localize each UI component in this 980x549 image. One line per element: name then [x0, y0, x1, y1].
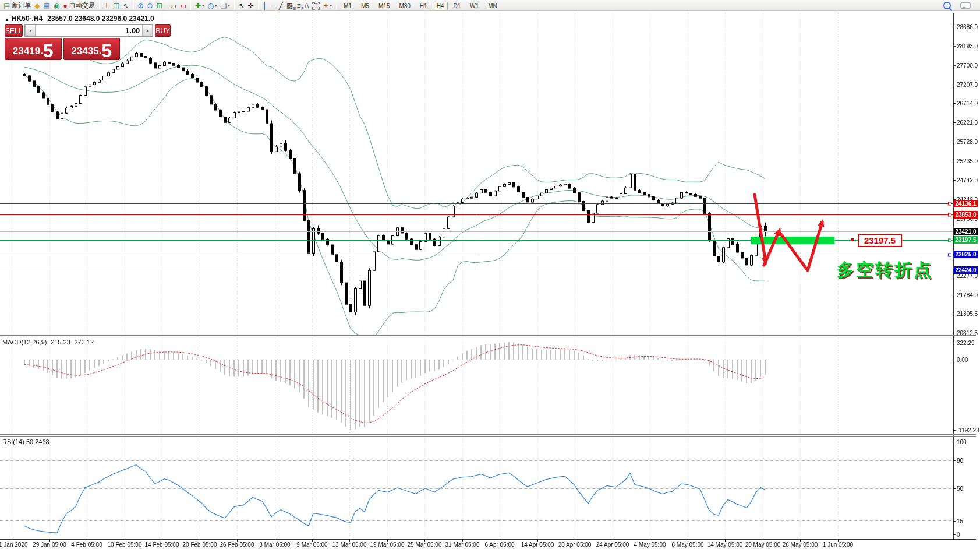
- toolbar-separator: [336, 0, 337, 10]
- market-watch-icon[interactable]: ◆: [33, 1, 41, 10]
- resistance-line-upper-label: 24136.1: [954, 200, 978, 207]
- chart-shift-icon[interactable]: ↤: [179, 1, 188, 10]
- macd-axis-tick: -1192.28: [957, 427, 979, 434]
- timeframe-w1[interactable]: W1: [466, 2, 483, 10]
- arrows-icon[interactable]: ✦: [321, 1, 334, 10]
- price-axis-tick: 28686.0: [957, 24, 978, 30]
- price-callout-label[interactable]: 23197.5: [858, 234, 902, 247]
- time-axis-tick: 14 Feb 05:00: [145, 541, 179, 548]
- crosshair-icon[interactable]: ✛: [246, 1, 256, 10]
- timeframe-h4[interactable]: H4: [433, 2, 448, 10]
- horizontal-line-icon[interactable]: ─: [268, 1, 277, 10]
- volume-input[interactable]: [36, 25, 142, 36]
- time-axis-tick: 4 Feb 05:00: [71, 541, 102, 548]
- time-axis-tick: 24 Apr 05:00: [596, 541, 629, 548]
- time-axis-tick: 19 Mar 05:00: [370, 541, 405, 548]
- toolbar-right: [943, 2, 980, 9]
- sell-price-display[interactable]: 23419.5: [5, 38, 62, 60]
- periods-icon[interactable]: ◷: [206, 1, 218, 10]
- time-axis-tick: 14 May 05:00: [707, 541, 743, 548]
- price-axis-tick: 28193.0: [957, 43, 978, 50]
- text-icon[interactable]: A: [302, 1, 310, 10]
- timeframe-d1[interactable]: D1: [449, 2, 465, 10]
- timeframe-m1[interactable]: M1: [339, 2, 356, 10]
- price-axis-tick: 25728.0: [957, 139, 978, 145]
- time-axis-tick: 3 Mar 05:00: [259, 541, 290, 548]
- toolbar-separator: [99, 0, 100, 10]
- toolbar-items: ▤新订单◆▦◉●自动交易⊥◫∿⊕⊖⊞↦↤✚◷❏↖✛│─╱▨E≡FAT✦: [2, 0, 339, 11]
- terminal-icon[interactable]: ◉: [52, 1, 61, 10]
- macd-axis-tick: 322.29: [957, 340, 975, 346]
- timeframe-buttons: M1M5M15M30H1H4D1W1MN: [339, 0, 502, 10]
- search-icon[interactable]: [943, 2, 951, 9]
- rsi-axis-tick: 50: [957, 485, 963, 492]
- price-axis-tick: 21784.0: [957, 292, 978, 298]
- navigator-icon[interactable]: ▦: [42, 1, 52, 10]
- time-axis-tick: 26 Feb 05:00: [220, 541, 254, 548]
- price-axis-tick: 26221.0: [957, 119, 978, 126]
- cursor-icon[interactable]: ↖: [237, 1, 246, 10]
- price-axis-tick: 26714.0: [957, 100, 978, 107]
- time-axis-tick: 26 May 05:00: [783, 541, 818, 548]
- turning-point-annotation[interactable]: 多空转折点: [837, 258, 933, 282]
- volume-decrease-button[interactable]: ▼: [25, 25, 36, 36]
- toolbar-separator: [167, 0, 167, 10]
- price-axis-tick: 20812.5: [957, 330, 978, 336]
- price-axis-tick: 27700.0: [957, 62, 978, 69]
- line-chart-icon[interactable]: ∿: [121, 1, 130, 10]
- buy-price-display[interactable]: 23435.5: [63, 38, 121, 60]
- toolbar-separator: [190, 0, 191, 10]
- time-axis-tick: 21 Jan 2020: [0, 541, 28, 548]
- timeframe-h1[interactable]: H1: [416, 2, 431, 10]
- timeframe-mn[interactable]: MN: [484, 2, 501, 10]
- resistance-line-lower-label: 23853.0: [954, 211, 978, 219]
- timeframe-m15[interactable]: M15: [374, 2, 394, 10]
- price-chart-canvas[interactable]: [0, 0, 980, 549]
- toolbar-separator: [258, 0, 259, 10]
- main-toolbar: ▤新订单◆▦◉●自动交易⊥◫∿⊕⊖⊞↦↤✚◷❏↖✛│─╱▨E≡FAT✦ M1M5…: [0, 0, 980, 11]
- volume-increase-button[interactable]: ▲: [142, 25, 153, 36]
- vertical-line-icon[interactable]: │: [261, 1, 269, 10]
- symbol-ohlc-values: 23557.0 23648.0 23296.0 23421.0: [47, 15, 154, 23]
- tile-windows-icon[interactable]: ⊞: [155, 1, 164, 10]
- toolbar-separator: [234, 0, 235, 10]
- one-click-trading-panel: SELL ▼ ▲ BUY 23419.5 23435.5: [5, 24, 120, 60]
- price-axis-tick: 24742.0: [957, 177, 978, 184]
- macd-axis-tick: 0.00: [957, 357, 968, 363]
- support-line-blue-upper-label: 22825.0: [954, 251, 978, 258]
- timeframe-m5[interactable]: M5: [357, 2, 373, 10]
- community-chat-icon[interactable]: [960, 2, 971, 9]
- time-axis-tick: 6 Apr 05:00: [484, 541, 514, 548]
- zoom-out-icon[interactable]: ⊖: [146, 1, 155, 10]
- templates-icon[interactable]: ❏: [218, 1, 231, 10]
- current-price-line-label: 23421.0: [954, 228, 978, 235]
- volume-stepper: ▼ ▲: [24, 24, 153, 37]
- autotrading-button[interactable]: ●自动交易: [61, 1, 96, 10]
- time-axis-tick: 4 May 05:00: [634, 541, 666, 548]
- trendline-icon[interactable]: ╱: [277, 1, 285, 10]
- toolbar-separator: [133, 0, 134, 10]
- new-order-button[interactable]: ▤新订单: [2, 1, 33, 10]
- zoom-in-icon[interactable]: ⊕: [136, 1, 146, 10]
- symbol-marker-icon: ▲: [5, 17, 9, 22]
- rsi-axis-tick: 15: [957, 518, 963, 525]
- rsi-axis-tick: 0: [957, 532, 960, 538]
- bar-chart-icon[interactable]: ⊥: [102, 1, 111, 10]
- symbol-title: HK50-,H4: [12, 15, 43, 23]
- auto-scroll-icon[interactable]: ↦: [169, 1, 179, 10]
- buy-button[interactable]: BUY: [155, 24, 171, 37]
- time-axis-tick: 13 Mar 05:00: [332, 541, 367, 548]
- candlestick-chart-icon[interactable]: ◫: [111, 1, 121, 10]
- chart-symbol-header: ▲HK50-,H423557.0 23648.0 23296.0 23421.0: [5, 15, 154, 23]
- text-label-icon[interactable]: T: [310, 1, 321, 11]
- time-axis-tick: 14 Apr 05:00: [521, 541, 554, 548]
- sell-button[interactable]: SELL: [5, 24, 23, 37]
- rsi-axis-tick: 80: [957, 458, 963, 464]
- indicators-icon[interactable]: ✚: [193, 1, 206, 10]
- price-axis-tick: 21305.5: [957, 311, 978, 317]
- rsi-indicator-label: RSI(14) 50.2468: [2, 438, 49, 445]
- time-axis-tick: 8 May 05:00: [671, 541, 703, 548]
- time-axis-tick: 20 May 05:00: [745, 541, 781, 548]
- timeframe-m30[interactable]: M30: [395, 2, 414, 10]
- equidistant-channel-icon[interactable]: ▨E: [285, 1, 295, 10]
